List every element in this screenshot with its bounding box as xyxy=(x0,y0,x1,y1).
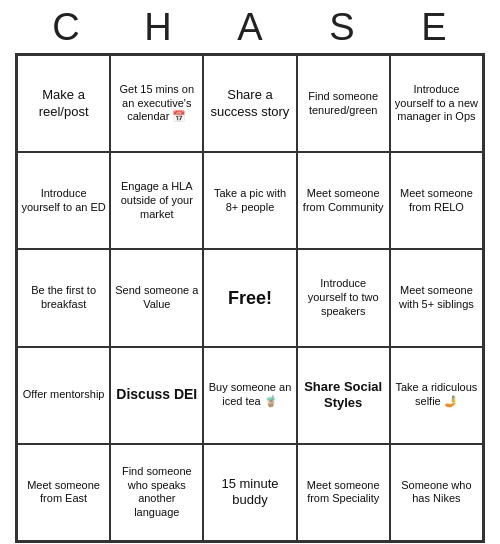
title-letter-c: C xyxy=(26,6,106,49)
bingo-cell-r0c2: Share a success story xyxy=(203,55,296,152)
bingo-cell-r0c3: Find someone tenured/green xyxy=(297,55,390,152)
bingo-cell-r4c1: Find someone who speaks another language xyxy=(110,444,203,541)
bingo-cell-r4c3: Meet someone from Speciality xyxy=(297,444,390,541)
bingo-cell-r1c4: Meet someone from RELO xyxy=(390,152,483,249)
bingo-cell-r3c1: Discuss DEI xyxy=(110,347,203,444)
title-row: CHASE xyxy=(20,0,480,53)
bingo-cell-r0c1: Get 15 mins on an executive's calendar 📅 xyxy=(110,55,203,152)
bingo-cell-r3c2: Buy someone an iced tea 🧋 xyxy=(203,347,296,444)
bingo-cell-r4c2: 15 minute buddy xyxy=(203,444,296,541)
bingo-cell-r1c3: Meet someone from Community xyxy=(297,152,390,249)
bingo-cell-r3c4: Take a ridiculous selfie 🤳 xyxy=(390,347,483,444)
bingo-grid: Make a reel/postGet 15 mins on an execut… xyxy=(15,53,485,543)
title-letter-a: A xyxy=(210,6,290,49)
bingo-cell-r3c3: Share Social Styles xyxy=(297,347,390,444)
bingo-cell-r4c0: Meet someone from East xyxy=(17,444,110,541)
bingo-cell-r2c1: Send someone a Value xyxy=(110,249,203,346)
bingo-cell-r4c4: Someone who has Nikes xyxy=(390,444,483,541)
bingo-cell-r2c3: Introduce yourself to two speakers xyxy=(297,249,390,346)
title-letter-e: E xyxy=(394,6,474,49)
bingo-cell-r1c0: Introduce yourself to an ED xyxy=(17,152,110,249)
bingo-cell-r2c2: Free! xyxy=(203,249,296,346)
bingo-cell-r1c2: Take a pic with 8+ people xyxy=(203,152,296,249)
bingo-cell-r2c4: Meet someone with 5+ siblings xyxy=(390,249,483,346)
title-letter-h: H xyxy=(118,6,198,49)
bingo-cell-r0c4: Introduce yourself to a new manager in O… xyxy=(390,55,483,152)
title-letter-s: S xyxy=(302,6,382,49)
bingo-cell-r0c0: Make a reel/post xyxy=(17,55,110,152)
bingo-cell-r1c1: Engage a HLA outside of your market xyxy=(110,152,203,249)
bingo-cell-r3c0: Offer mentorship xyxy=(17,347,110,444)
bingo-cell-r2c0: Be the first to breakfast xyxy=(17,249,110,346)
